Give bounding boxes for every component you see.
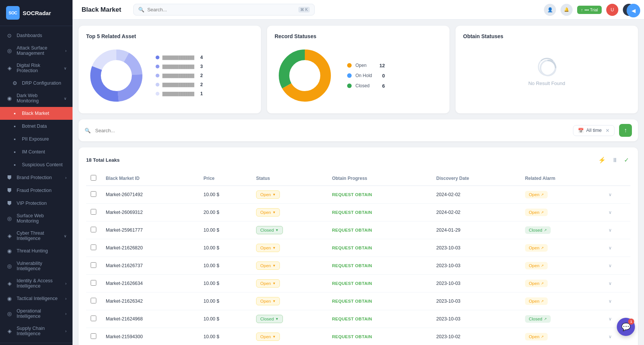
row-checkbox-1[interactable] bbox=[91, 209, 96, 215]
table-search-bar[interactable]: 🔍 📅 All time ✕ ↑ bbox=[79, 119, 638, 141]
alarm-badge-0[interactable]: Open ↗ bbox=[525, 191, 548, 198]
sidebar-item-operational[interactable]: ◎ Operational Intelligence › bbox=[0, 305, 73, 322]
row-expand-6[interactable]: ∨ bbox=[608, 299, 612, 304]
status-badge-1[interactable]: Open ▼ bbox=[256, 208, 280, 217]
row-obtain-1[interactable]: REQUEST OBTAIN bbox=[327, 204, 432, 221]
status-badge-5[interactable]: Open ▼ bbox=[256, 279, 280, 288]
select-all-checkbox[interactable] bbox=[91, 175, 96, 181]
obtain-link-8[interactable]: REQUEST OBTAIN bbox=[332, 334, 372, 339]
search-input[interactable] bbox=[147, 7, 295, 12]
obtain-link-1[interactable]: REQUEST OBTAIN bbox=[332, 210, 372, 215]
sidebar-collapse-btn[interactable]: « bbox=[0, 343, 73, 345]
row-obtain-7[interactable]: REQUEST OBTAIN bbox=[327, 310, 432, 328]
notifications-icon[interactable]: 🔔 bbox=[561, 4, 573, 16]
sidebar-item-supply-chain[interactable]: ◈ Supply Chain Intelligence › bbox=[0, 322, 73, 340]
obtain-link-6[interactable]: REQUEST OBTAIN bbox=[332, 299, 372, 303]
legend-count-4: 2 bbox=[200, 82, 203, 87]
alarm-badge-8[interactable]: Open ↗ bbox=[525, 333, 548, 340]
check-icon-btn[interactable]: ✓ bbox=[622, 155, 630, 165]
sidebar-item-botnet[interactable]: ▪ Botnet Data bbox=[0, 120, 73, 133]
status-badge-0[interactable]: Open ▼ bbox=[256, 190, 280, 199]
sidebar-item-vip[interactable]: ⛊ VIP Protection bbox=[0, 197, 73, 210]
content-area: Top 5 Related Asset bbox=[73, 20, 644, 345]
status-badge-6[interactable]: Open ▼ bbox=[256, 297, 280, 305]
row-checkbox-3[interactable] bbox=[91, 244, 96, 250]
status-badge-3[interactable]: Open ▼ bbox=[256, 244, 280, 252]
row-obtain-2[interactable]: REQUEST OBTAIN bbox=[327, 221, 432, 239]
alarm-badge-3[interactable]: Open ↗ bbox=[525, 244, 548, 252]
row-expand-8[interactable]: ∨ bbox=[608, 334, 612, 339]
chevron-right-icon: › bbox=[65, 49, 66, 53]
sidebar-item-dashboards[interactable]: ⊙ Dashboards bbox=[0, 29, 73, 42]
obtain-link-5[interactable]: REQUEST OBTAIN bbox=[332, 281, 372, 286]
obtain-link-7[interactable]: REQUEST OBTAIN bbox=[332, 317, 372, 321]
obtain-link-4[interactable]: REQUEST OBTAIN bbox=[332, 263, 372, 268]
row-expand-0[interactable]: ∨ bbox=[608, 192, 612, 197]
row-checkbox-6[interactable] bbox=[91, 298, 96, 303]
sidebar-item-fraud[interactable]: ⛊ Fraud Protection bbox=[0, 184, 73, 197]
alarm-badge-4[interactable]: Open ↗ bbox=[525, 262, 548, 269]
sidebar-item-threat-hunting[interactable]: ◉ Threat Hunting bbox=[0, 244, 73, 257]
chat-fab-btn[interactable]: 💬 1 bbox=[617, 318, 635, 336]
row-expand-4[interactable]: ∨ bbox=[608, 263, 612, 268]
sidebar-item-black-market[interactable]: ▪ Black Market bbox=[0, 107, 73, 120]
sidebar-item-digital-risk[interactable]: ◈ Digital Risk Protection ∨ bbox=[0, 59, 73, 77]
row-obtain-8[interactable]: REQUEST OBTAIN bbox=[327, 328, 432, 345]
sidebar-item-im[interactable]: ▪ IM Content bbox=[0, 145, 73, 158]
sidebar-item-tactical[interactable]: ◉ Tactical Intelligence › bbox=[0, 292, 73, 305]
sidebar-item-pii[interactable]: ▪ PII Exposure bbox=[0, 133, 73, 145]
loading-spinner bbox=[538, 58, 556, 76]
status-badge-4[interactable]: Open ▼ bbox=[256, 261, 280, 270]
row-status-5: Open ▼ bbox=[252, 275, 327, 292]
row-expand-2[interactable]: ∨ bbox=[608, 227, 612, 233]
row-expand-7[interactable]: ∨ bbox=[608, 316, 612, 322]
row-checkbox-4[interactable] bbox=[91, 262, 96, 268]
alarm-badge-6[interactable]: Open ↗ bbox=[525, 297, 548, 305]
obtain-link-2[interactable]: REQUEST OBTAIN bbox=[332, 228, 372, 232]
alarm-badge-1[interactable]: Open ↗ bbox=[525, 209, 548, 216]
clear-date-icon[interactable]: ✕ bbox=[605, 128, 610, 133]
upgrade-btn[interactable]: ↑••• Trial bbox=[577, 6, 602, 14]
sidebar-item-vulnerability[interactable]: ◎ Vulnerability Intelligence bbox=[0, 257, 73, 275]
alarm-badge-2[interactable]: Closed ↗ bbox=[525, 226, 551, 234]
status-badge-2[interactable]: Closed ▼ bbox=[256, 226, 283, 234]
status-badge-8[interactable]: Open ▼ bbox=[256, 333, 280, 341]
row-obtain-4[interactable]: REQUEST OBTAIN bbox=[327, 257, 432, 275]
row-obtain-3[interactable]: REQUEST OBTAIN bbox=[327, 239, 432, 257]
row-obtain-5[interactable]: REQUEST OBTAIN bbox=[327, 275, 432, 292]
date-filter-btn[interactable]: 📅 All time ✕ bbox=[573, 125, 615, 136]
row-checkbox-5[interactable] bbox=[91, 280, 96, 286]
row-checkbox-0[interactable] bbox=[91, 191, 96, 197]
row-checkbox-7[interactable] bbox=[91, 316, 96, 321]
sidebar-item-attack-surface[interactable]: ◎ Attack Surface Management › bbox=[0, 42, 73, 59]
sidebar-item-drp-config[interactable]: ⚙ DRP Configuration bbox=[0, 77, 73, 90]
user-profile-icon[interactable]: U bbox=[606, 4, 618, 16]
obtain-link-0[interactable]: REQUEST OBTAIN bbox=[332, 192, 372, 197]
sidebar-item-dashboards-label: Dashboards bbox=[17, 33, 42, 38]
obtain-link-3[interactable]: REQUEST OBTAIN bbox=[332, 246, 372, 250]
pause-icon-btn[interactable]: ⏸ bbox=[610, 155, 619, 165]
alarm-badge-7[interactable]: Closed ↗ bbox=[525, 315, 551, 323]
alarm-badge-5[interactable]: Open ↗ bbox=[525, 280, 548, 287]
row-obtain-0[interactable]: REQUEST OBTAIN bbox=[327, 186, 432, 204]
sidebar-item-dark-web[interactable]: ◉ Dark Web Monitoring ∨ bbox=[0, 90, 73, 107]
row-obtain-6[interactable]: REQUEST OBTAIN bbox=[327, 292, 432, 310]
header-search-bar[interactable]: 🔍 ⌘ K bbox=[133, 4, 315, 15]
filter-icon-btn[interactable]: ⚡ bbox=[597, 155, 607, 165]
sidebar-item-brand-protection[interactable]: ⛊ Brand Protection › bbox=[0, 171, 73, 184]
sidebar-item-cti[interactable]: ◈ Cyber Threat Intelligence ∨ bbox=[0, 227, 73, 244]
sidebar-item-identity[interactable]: ◈ Identity & Access Intelligence › bbox=[0, 275, 73, 292]
row-expand-5[interactable]: ∨ bbox=[608, 281, 612, 286]
table-search-input[interactable] bbox=[95, 128, 568, 133]
status-badge-7[interactable]: Closed ▼ bbox=[256, 315, 283, 323]
sidebar-item-suspicious[interactable]: ▪ Suspicious Content bbox=[0, 158, 73, 171]
corner-action-btn[interactable]: ◀ bbox=[627, 4, 640, 17]
sidebar-item-surface-web[interactable]: ◎ Surface Web Monitoring bbox=[0, 210, 73, 227]
page-title: Black Market bbox=[82, 6, 121, 14]
row-expand-1[interactable]: ∨ bbox=[608, 210, 612, 215]
user-avatar[interactable]: 👤 bbox=[544, 4, 556, 16]
apply-filter-btn[interactable]: ↑ bbox=[619, 124, 632, 137]
row-checkbox-2[interactable] bbox=[91, 227, 96, 232]
row-expand-3[interactable]: ∨ bbox=[608, 245, 612, 251]
row-checkbox-8[interactable] bbox=[91, 333, 96, 339]
